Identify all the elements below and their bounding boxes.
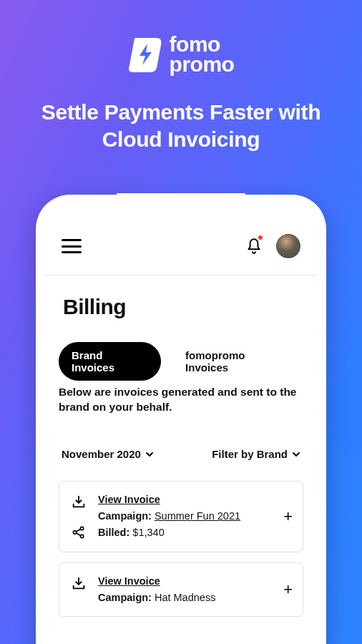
chevron-down-icon xyxy=(145,450,154,459)
expand-icon[interactable]: + xyxy=(283,509,293,525)
download-icon[interactable] xyxy=(71,494,87,510)
invoice-billed-row: Billed: $1,340 xyxy=(98,525,293,541)
promo-headline: Settle Payments Faster with Cloud Invoic… xyxy=(0,99,362,152)
tab-fomopromo-invoices[interactable]: fomopromo Invoices xyxy=(172,342,303,381)
chevron-down-icon xyxy=(292,450,300,459)
invoice-list: View Invoice Campaign: Summer Fun 2021 B… xyxy=(59,481,303,627)
filter-row: November 2020 Filter by Brand xyxy=(62,448,300,460)
page-title: Billing xyxy=(63,295,126,319)
invoice-card-body: View Invoice Campaign: Summer Fun 2021 B… xyxy=(98,492,293,542)
menu-icon[interactable] xyxy=(62,239,82,253)
share-icon[interactable] xyxy=(71,525,87,540)
expand-icon[interactable]: + xyxy=(283,582,293,597)
invoice-campaign-row: Campaign: Hat Madness xyxy=(98,590,293,606)
brand-filter[interactable]: Filter by Brand xyxy=(212,448,300,460)
intro-text: Below are invoices generated and sent to… xyxy=(59,385,303,415)
brand-name-line2: promo xyxy=(170,54,235,74)
notification-dot xyxy=(258,235,263,240)
billed-key: Billed xyxy=(98,527,126,538)
campaign-key: Campaign xyxy=(98,592,148,603)
invoice-tabs: Brand Invoices fomopromo Invoices xyxy=(59,342,303,381)
avatar[interactable] xyxy=(276,234,300,258)
date-filter-label: November 2020 xyxy=(62,448,141,460)
app-screen: Billing Brand Invoices fomopromo Invoice… xyxy=(44,203,318,644)
brand-filter-label: Filter by Brand xyxy=(212,448,288,460)
topbar-divider xyxy=(44,275,318,275)
brand-logo-text: fomo promo xyxy=(170,34,235,74)
view-invoice-link[interactable]: View Invoice xyxy=(98,492,160,508)
topbar-right xyxy=(245,234,300,258)
invoice-card-actions xyxy=(69,573,88,606)
view-invoice-link[interactable]: View Invoice xyxy=(98,573,160,590)
brand-logo: fomo promo xyxy=(0,34,362,74)
campaign-value[interactable]: Summer Fun 2021 xyxy=(155,510,240,522)
invoice-card-body: View Invoice Campaign: Hat Madness xyxy=(98,573,293,606)
phone-notch xyxy=(117,193,245,212)
campaign-key: Campaign xyxy=(98,510,148,522)
date-filter[interactable]: November 2020 xyxy=(62,448,154,460)
promo-background: fomo promo Settle Payments Faster with C… xyxy=(0,0,362,644)
billed-value: $1,340 xyxy=(132,527,164,538)
invoice-card: View Invoice Campaign: Hat Madness + xyxy=(59,562,303,617)
download-icon[interactable] xyxy=(71,576,87,592)
brand-logo-mark xyxy=(128,36,164,72)
invoice-card-actions xyxy=(69,492,88,542)
phone-frame: Billing Brand Invoices fomopromo Invoice… xyxy=(36,195,326,644)
invoice-campaign-row: Campaign: Summer Fun 2021 xyxy=(98,508,293,525)
brand-name-line1: fomo xyxy=(170,34,235,54)
tab-brand-invoices[interactable]: Brand Invoices xyxy=(59,342,161,381)
notifications-button[interactable] xyxy=(245,237,263,255)
campaign-value: Hat Madness xyxy=(155,592,215,603)
invoice-card: View Invoice Campaign: Summer Fun 2021 B… xyxy=(59,481,303,552)
app-topbar xyxy=(62,232,300,260)
